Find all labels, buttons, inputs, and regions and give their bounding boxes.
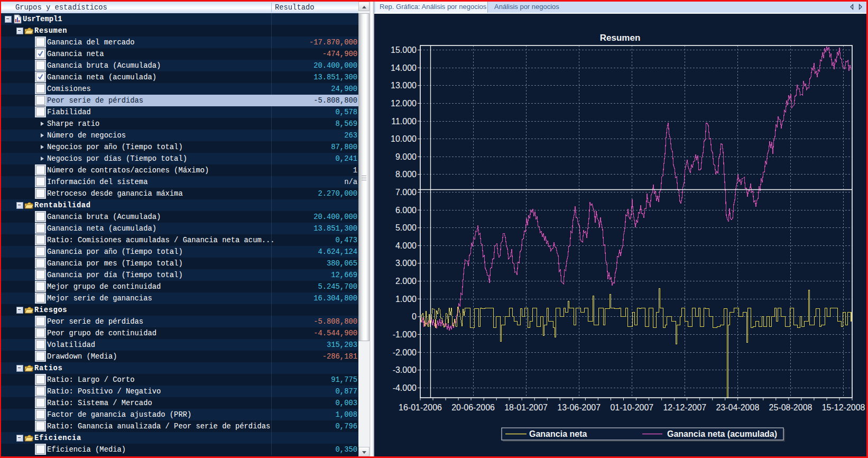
svg-text:01-10-2007: 01-10-2007 — [610, 403, 653, 412]
svg-text:23-04-2008: 23-04-2008 — [716, 403, 759, 412]
svg-text:Ganancia neta (acumulada): Ganancia neta (acumulada) — [667, 429, 777, 438]
svg-text:13-06-2007: 13-06-2007 — [557, 403, 601, 412]
svg-text:11.000: 11.000 — [391, 117, 417, 126]
svg-text:7.000: 7.000 — [395, 188, 417, 197]
svg-text:8.000: 8.000 — [395, 170, 417, 179]
svg-text:Resumen: Resumen — [600, 33, 641, 43]
svg-text:12.000: 12.000 — [391, 99, 417, 108]
svg-text:1.000: 1.000 — [395, 295, 417, 304]
svg-text:10.000: 10.000 — [391, 134, 417, 143]
svg-text:20-06-2006: 20-06-2006 — [451, 403, 495, 412]
svg-text:15-12-2008: 15-12-2008 — [822, 403, 865, 412]
svg-text:18-01-2007: 18-01-2007 — [504, 403, 548, 412]
svg-text:15.000: 15.000 — [391, 45, 417, 54]
svg-text:3.000: 3.000 — [395, 259, 417, 268]
svg-text:-4.000: -4.000 — [393, 383, 417, 392]
svg-text:2.000: 2.000 — [395, 277, 417, 286]
svg-text:-3.000: -3.000 — [393, 365, 417, 374]
svg-text:5.000: 5.000 — [395, 223, 417, 232]
svg-text:14.000: 14.000 — [391, 63, 417, 72]
svg-text:-1.000: -1.000 — [393, 330, 417, 339]
svg-text:0: 0 — [412, 312, 417, 321]
svg-text:12-12-2007: 12-12-2007 — [663, 403, 706, 412]
svg-text:25-08-2008: 25-08-2008 — [769, 403, 812, 412]
svg-text:6.000: 6.000 — [395, 206, 417, 215]
svg-text:13.000: 13.000 — [391, 81, 417, 90]
svg-text:-2.000: -2.000 — [393, 348, 417, 357]
svg-text:9.000: 9.000 — [395, 152, 417, 161]
svg-text:Ganancia neta: Ganancia neta — [529, 429, 587, 438]
svg-text:4.000: 4.000 — [395, 241, 417, 250]
svg-text:16-01-2006: 16-01-2006 — [399, 403, 442, 412]
